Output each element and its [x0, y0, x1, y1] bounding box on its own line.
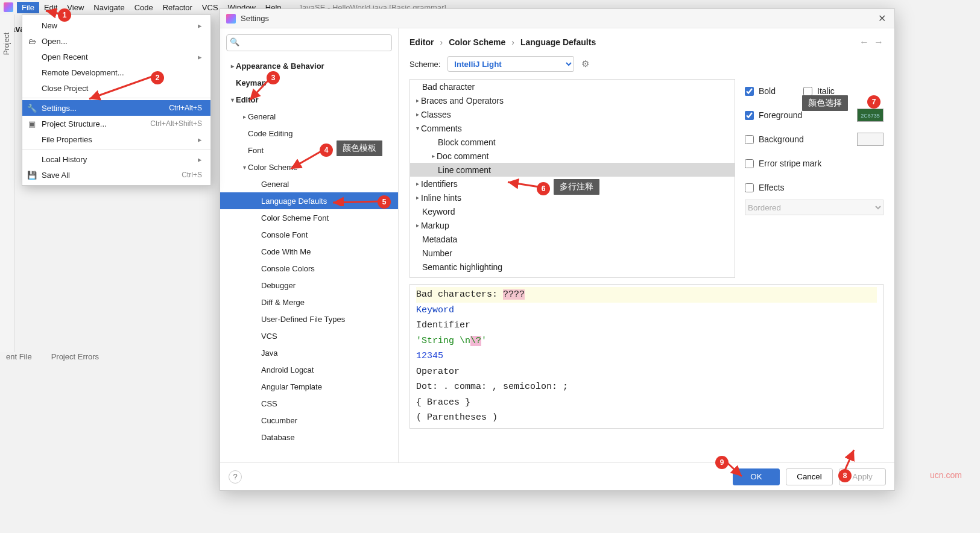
dialog-titlebar: Settings ✕ [220, 9, 894, 28]
effects-checkbox[interactable] [745, 183, 754, 192]
stripe-checkbox[interactable] [745, 159, 754, 168]
menu-file[interactable]: File [17, 2, 39, 13]
tree-node[interactable]: VCS [220, 327, 398, 344]
menu-edit[interactable]: Edit [39, 2, 62, 13]
tree-node[interactable]: ▸General [220, 108, 398, 125]
bold-checkbox[interactable] [745, 87, 754, 96]
tree-node[interactable]: Keymap [220, 74, 398, 91]
attr-row[interactable]: ▸Identifiers [410, 177, 735, 191]
menu-code[interactable]: Code [130, 2, 158, 13]
menuitem-project-structure[interactable]: ▣Project Structure...Ctrl+Alt+Shift+S [22, 116, 210, 131]
attr-row[interactable]: ▸Markup [410, 218, 735, 232]
dialog-title: Settings [241, 14, 269, 23]
chevron-right-icon: ▸ [198, 52, 202, 62]
menuitem-open-recent[interactable]: Open Recent▸ [22, 49, 210, 65]
attr-row[interactable]: Line comment [410, 163, 735, 177]
tree-node[interactable]: Console Colors [220, 260, 398, 277]
tab-current-file[interactable]: ent File [2, 350, 36, 364]
background-swatch[interactable] [857, 133, 884, 146]
attr-row[interactable]: Semantic highlighting [410, 260, 735, 274]
tree-node[interactable]: Database [220, 429, 398, 446]
attr-row[interactable]: ▸Inline hints [410, 191, 735, 204]
breadcrumb-item[interactable]: Editor [409, 37, 434, 47]
scheme-label: Scheme: [409, 60, 440, 69]
tree-node[interactable]: Android Logcat [220, 361, 398, 378]
gear-icon[interactable]: ⚙ [581, 58, 589, 69]
settings-tree[interactable]: ▸Appearance & BehaviorKeymap▾Editor▸Gene… [220, 57, 398, 462]
tree-node[interactable]: Console Font [220, 226, 398, 243]
menuitem-open[interactable]: 🗁Open... [22, 33, 210, 49]
apply-button[interactable]: Apply [839, 468, 886, 485]
italic-checkbox[interactable] [803, 87, 812, 96]
effects-label: Effects [759, 183, 785, 192]
italic-label: Italic [817, 86, 835, 96]
stripe-label: Error stripe mark [759, 159, 821, 168]
tree-node[interactable]: Diff & Merge [220, 294, 398, 311]
attr-row[interactable]: Metadata [410, 232, 735, 246]
tree-node[interactable]: CSS [220, 395, 398, 412]
tab-project-errors[interactable]: Project Errors [48, 350, 103, 364]
background-checkbox[interactable] [745, 135, 754, 144]
menuitem-settings[interactable]: 🔧Settings...Ctrl+Alt+S [22, 100, 210, 116]
save-icon: 💾 [27, 170, 37, 180]
tree-node[interactable]: User-Defined File Types [220, 311, 398, 327]
tree-node[interactable]: General [220, 175, 398, 192]
attr-row[interactable]: ▸Classes [410, 107, 735, 121]
tree-node[interactable]: Code With Me [220, 243, 398, 260]
attr-row[interactable]: Bad character [410, 80, 735, 93]
wrench-icon: 🔧 [27, 103, 37, 113]
tree-node[interactable]: Font [220, 142, 398, 159]
chevron-right-icon: ▸ [198, 135, 202, 144]
folder-open-icon: 🗁 [27, 36, 37, 46]
file-menu-popup: New▸ 🗁Open... Open Recent▸ Remote Develo… [22, 14, 211, 186]
cancel-button[interactable]: Cancel [786, 468, 833, 485]
attribute-list[interactable]: Bad character▸Braces and Operators▸Class… [409, 79, 735, 278]
menu-refactor[interactable]: Refactor [158, 2, 197, 13]
attr-row[interactable]: Block comment [410, 135, 735, 149]
attr-row[interactable]: ▸Braces and Operators [410, 93, 735, 107]
color-options-panel: Bold Italic Foreground 2C6735 Background [745, 79, 884, 278]
tree-node[interactable]: Angular Template [220, 378, 398, 395]
tree-node[interactable]: Code Editing [220, 125, 398, 142]
close-icon[interactable]: ✕ [876, 13, 888, 24]
tree-node[interactable]: Java [220, 344, 398, 361]
nav-forward-icon[interactable]: → [874, 37, 884, 48]
breadcrumb-item[interactable]: Color Scheme [449, 37, 505, 47]
attr-row[interactable]: Number [410, 246, 735, 260]
project-structure-icon: ▣ [27, 119, 37, 128]
menuitem-local-history[interactable]: Local History▸ [22, 151, 210, 167]
menuitem-file-properties[interactable]: File Properties▸ [22, 131, 210, 147]
settings-right-panel: Editor › Color Scheme › Language Default… [399, 28, 894, 462]
preview-editor: Bad characters: ???? Keyword Identifier … [409, 284, 884, 429]
settings-search-input[interactable] [226, 34, 392, 51]
tree-node[interactable]: ▾Editor [220, 91, 398, 108]
menuitem-remote-dev[interactable]: Remote Development... [22, 65, 210, 80]
attr-row[interactable]: ▾Comments [410, 121, 735, 135]
menu-view[interactable]: View [62, 2, 89, 13]
foreground-swatch[interactable]: 2C6735 [857, 109, 884, 122]
tree-node[interactable]: Debugger [220, 277, 398, 294]
ok-button[interactable]: OK [733, 468, 780, 485]
project-toolwindow-strip[interactable]: Project [0, 14, 14, 352]
breadcrumb-item: Language Defaults [520, 37, 596, 47]
tree-node[interactable]: Color Scheme Font [220, 209, 398, 226]
tree-node[interactable]: ▾Color Scheme [220, 159, 398, 175]
menuitem-close-project[interactable]: Close Project [22, 80, 210, 96]
scheme-select[interactable]: IntelliJ Light [447, 56, 574, 72]
tree-node[interactable]: Cucumber [220, 412, 398, 429]
nav-back-icon[interactable]: ← [859, 37, 869, 48]
menuitem-new[interactable]: New▸ [22, 17, 210, 33]
help-button[interactable]: ? [229, 470, 242, 484]
attr-row[interactable]: Keyword [410, 204, 735, 218]
tree-node[interactable]: Language Defaults [220, 192, 398, 209]
foreground-checkbox[interactable] [745, 111, 754, 120]
menu-separator [22, 98, 210, 98]
bold-label: Bold [759, 86, 776, 96]
settings-tree-panel: 🔍 ▸Appearance & BehaviorKeymap▾Editor▸Ge… [220, 28, 399, 462]
bottom-tabs: ent File Project Errors [0, 350, 103, 364]
attr-row[interactable]: ▸Doc comment [410, 149, 735, 163]
menu-navigate[interactable]: Navigate [89, 2, 129, 13]
tree-node[interactable]: ▸Appearance & Behavior [220, 57, 398, 74]
project-strip-label: Project [2, 33, 11, 55]
menuitem-save-all[interactable]: 💾Save AllCtrl+S [22, 167, 210, 183]
